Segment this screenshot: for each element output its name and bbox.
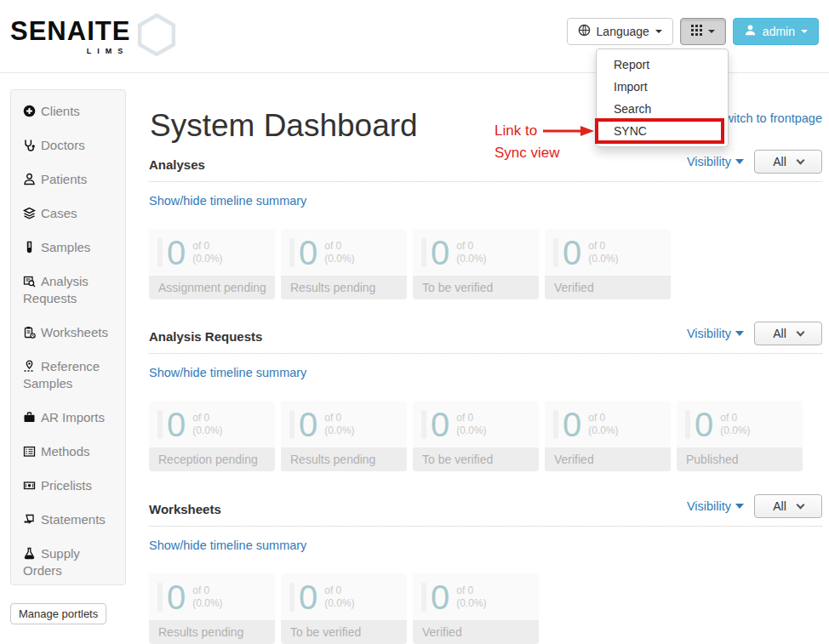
stat-value: 0 [695, 407, 713, 442]
sidebar-item-label: Patients [41, 172, 87, 186]
hexagon-logo-icon [137, 13, 176, 60]
menu-item-search[interactable]: Search [597, 98, 728, 120]
caret-down-icon [735, 159, 744, 164]
timeline-toggle-link[interactable]: Show/hide timeline summary [149, 539, 306, 552]
sparkline-placeholder [157, 238, 163, 267]
grid-icon [691, 25, 702, 38]
sidebar-item-label: Statements [41, 512, 106, 527]
map-pin-icon [23, 360, 37, 373]
stat-card: 0of 0(0.0%)Verified [413, 573, 539, 644]
stat-value: 0 [563, 236, 581, 270]
switch-to-frontpage-link[interactable]: switch to frontpage [718, 111, 822, 125]
filter-select[interactable]: All [754, 322, 822, 345]
manage-portlets-button[interactable]: Manage portlets [10, 603, 106, 624]
stat-of: of 0 [192, 584, 222, 597]
sidebar-item-supply-orders[interactable]: Supply Orders [23, 545, 120, 579]
sidebar-item-label: Methods [41, 444, 90, 459]
sidebar-item-doctors[interactable]: Doctors [23, 137, 120, 154]
sidebar-item-label: Pricelists [41, 478, 92, 493]
filter-select[interactable]: All [754, 150, 822, 174]
stat-of: of 0 [720, 412, 750, 425]
stat-percent: (0.0%) [324, 597, 354, 610]
chevron-down-icon [708, 30, 715, 33]
sidebar-item-clients[interactable]: Clients [23, 103, 120, 120]
senaite-logo[interactable]: SENAITE LIMS [10, 11, 176, 60]
sidebar-item-ar-imports[interactable]: AR Imports [23, 409, 120, 426]
menu-item-report[interactable]: Report [597, 54, 728, 76]
timeline-toggle-link[interactable]: Show/hide timeline summary [149, 194, 306, 208]
admin-label: admin [763, 25, 795, 38]
stat-of: of 0 [324, 412, 354, 425]
visibility-dropdown[interactable]: Visibility [687, 499, 744, 513]
sparkline-placeholder [289, 583, 294, 612]
sidebar-item-label: Clients [41, 104, 80, 118]
stat-of: of 0 [192, 240, 222, 253]
section-title: Analysis Requests [149, 329, 262, 345]
sparkline-placeholder [553, 238, 558, 267]
stat-value: 0 [431, 236, 449, 270]
stethoscope-icon [23, 139, 37, 151]
brand-name: SENAITE [10, 17, 130, 46]
stat-card: 0of 0(0.0%)Results pending [281, 401, 407, 471]
sidebar-item-reference-samples[interactable]: Reference Samples [23, 358, 120, 392]
chevron-down-icon [796, 328, 804, 336]
person-icon [23, 173, 37, 185]
chevron-down-icon [796, 500, 804, 509]
layers-icon [23, 207, 37, 219]
stat-value: 0 [563, 407, 581, 442]
stat-percent: (0.0%) [192, 253, 222, 265]
stat-of: of 0 [192, 412, 222, 425]
stat-value: 0 [167, 580, 186, 614]
stat-card: 0of 0(0.0%)Reception pending [149, 401, 275, 471]
stat-value: 0 [299, 407, 317, 442]
stat-label: Published [677, 447, 803, 471]
visibility-dropdown[interactable]: Visibility [687, 327, 744, 340]
sidebar-item-samples[interactable]: Samples [23, 239, 120, 256]
filter-select[interactable]: All [754, 494, 822, 518]
menu-item-sync[interactable]: SYNC [597, 120, 728, 142]
sparkline-placeholder [289, 410, 294, 439]
stat-value: 0 [167, 407, 186, 442]
stat-percent: (0.0%) [588, 425, 618, 437]
sidebar-item-label: Worksheets [41, 325, 108, 339]
stat-label: Assignment pending [149, 276, 275, 299]
admin-user-button[interactable]: admin [733, 18, 819, 45]
sidebar-item-statements[interactable]: Statements [23, 511, 120, 528]
visibility-dropdown[interactable]: Visibility [687, 155, 744, 168]
stat-percent: (0.0%) [324, 253, 354, 265]
sidebar-item-label: Doctors [41, 138, 85, 152]
stat-label: Verified [413, 620, 539, 644]
sparkline-placeholder [553, 410, 558, 439]
stat-percent: (0.0%) [588, 253, 618, 265]
stat-card: 0of 0(0.0%)To be verified [281, 573, 407, 644]
stat-value: 0 [431, 580, 449, 614]
list-box-icon [23, 445, 37, 458]
sidebar-item-patients[interactable]: Patients [23, 171, 120, 188]
stat-card: 0of 0(0.0%)Results pending [149, 573, 275, 644]
language-button[interactable]: Language [567, 18, 673, 45]
menu-item-import[interactable]: Import [597, 76, 728, 98]
chevron-down-icon [801, 30, 808, 33]
language-label: Language [597, 25, 649, 38]
sidebar-item-label: Cases [41, 206, 77, 220]
stat-card: 0of 0(0.0%)To be verified [413, 229, 539, 299]
sidebar-item-worksheets[interactable]: Worksheets [23, 324, 120, 341]
stat-label: To be verified [281, 620, 407, 644]
user-icon [744, 24, 757, 39]
timeline-toggle-link[interactable]: Show/hide timeline summary [149, 366, 306, 379]
section-title: Analyses [149, 157, 205, 174]
section-worksheets: Worksheets Visibility All Show/hide time… [149, 494, 822, 644]
apps-menu-button[interactable] [680, 18, 726, 45]
sidebar-item-analysis-requests[interactable]: Analysis Requests [23, 273, 120, 307]
sidebar-item-methods[interactable]: Methods [23, 443, 120, 460]
sidebar-item-cases[interactable]: Cases [23, 205, 120, 222]
sparkline-placeholder [421, 238, 426, 267]
banknote-icon [23, 479, 37, 492]
stat-of: of 0 [456, 240, 486, 253]
sidebar-item-pricelists[interactable]: Pricelists [23, 477, 120, 494]
stat-percent: (0.0%) [456, 253, 486, 265]
stat-percent: (0.0%) [192, 425, 222, 437]
stat-card: 0of 0(0.0%)Results pending [281, 229, 407, 299]
flask-icon [23, 547, 37, 560]
stat-of: of 0 [588, 240, 618, 253]
